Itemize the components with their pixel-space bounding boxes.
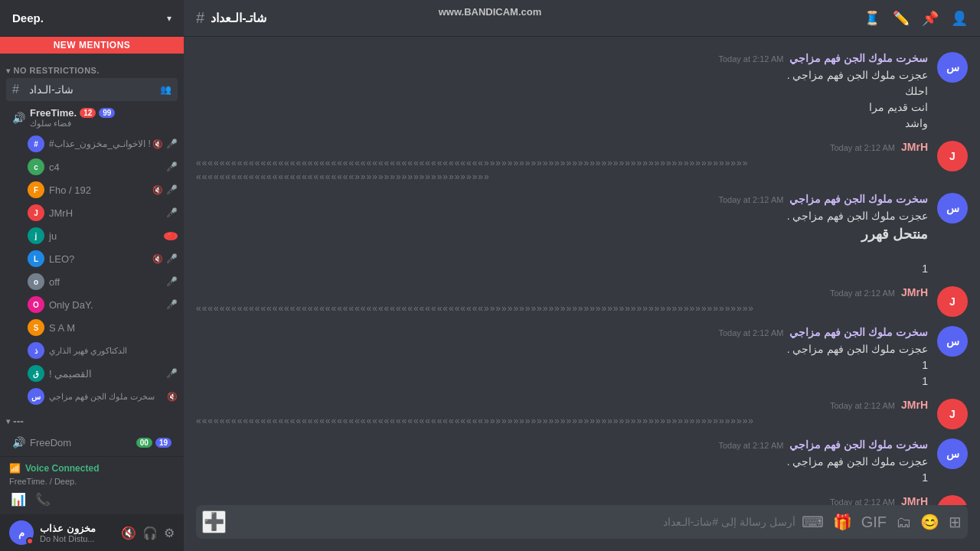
message-author: سخرت ملوك الجن فهم مزاجي bbox=[789, 193, 928, 205]
message-author: سخرت ملوك الجن فهم مزاجي bbox=[789, 439, 928, 451]
voice-user-only-day[interactable]: O Only DaY. 🎤 bbox=[21, 294, 184, 315]
edit-icon[interactable]: ✏️ bbox=[893, 10, 910, 27]
voice-user-5[interactable]: j ju 🔴 bbox=[21, 225, 184, 246]
message-group: J Today at 2:12 AM JMrH ««««««««««««««««… bbox=[184, 396, 980, 432]
input-actions: ⌨ 🎁 GIF 🗂 😊 ⊞ bbox=[802, 513, 962, 531]
voice-user-6[interactable]: L LEO? 🔇 🎤 bbox=[21, 248, 184, 269]
avatar: # bbox=[28, 135, 44, 152]
voice-user-12[interactable]: س سخرت ملوك الجن فهم مزاجي 🔇 bbox=[21, 386, 184, 407]
add-member-icon[interactable]: 👥 bbox=[160, 84, 172, 95]
message-content: Today at 2:12 AM سخرت ملوك الجن فهم مزاج… bbox=[196, 439, 928, 486]
message-author: سخرت ملوك الجن فهم مزاجي bbox=[789, 326, 928, 338]
message-author: JMrH bbox=[901, 399, 928, 411]
message-text-input[interactable] bbox=[232, 516, 795, 528]
disconnect-icon[interactable]: 📞 bbox=[34, 491, 52, 508]
apps-icon[interactable]: ⊞ bbox=[949, 513, 962, 531]
message-text: عجزت ملوك الجن فهم مزاجي .1 bbox=[196, 454, 928, 486]
mute-icon: 🎤 bbox=[166, 139, 178, 149]
voice-user-3[interactable]: F Fho / 192 🔇 🎤 bbox=[21, 179, 184, 201]
user-controls: 🔇 🎧 ⚙ bbox=[121, 526, 175, 540]
voice-user-2[interactable]: c c4 🎤 bbox=[21, 156, 184, 178]
caret-icon: ▾ bbox=[6, 417, 10, 425]
voice-user-name: #الاخوانـي_مخزون_عذاب ! bbox=[49, 139, 152, 149]
sticker-icon[interactable]: 🗂 bbox=[896, 514, 911, 531]
freedom-badge1: 00 bbox=[136, 438, 152, 448]
messages-area[interactable]: س Today at 2:12 AM سخرت ملوك الجن فهم مز… bbox=[184, 37, 980, 505]
speaker-icon: 🔊 bbox=[12, 436, 25, 448]
message-content: Today at 2:12 AM سخرت ملوك الجن فهم مزاج… bbox=[196, 193, 928, 277]
user-info: مخزون عذاب Do Not Distu... bbox=[40, 523, 121, 543]
voice-settings-icon[interactable]: 📊 bbox=[9, 491, 28, 508]
message-text: عجزت ملوك الجن فهم مزاجي .11 bbox=[196, 341, 928, 390]
new-mentions-bar[interactable]: NEW MENTIONS bbox=[0, 37, 184, 54]
freedom-badge2: 19 bbox=[155, 438, 172, 448]
channel-list-no-restrictions: # شاتـ-الـداد 👥 bbox=[0, 78, 184, 101]
avatar: س bbox=[937, 439, 968, 469]
avatar: O bbox=[28, 296, 44, 313]
message-header: Today at 2:12 AM JMrH bbox=[196, 141, 928, 153]
add-content-button[interactable]: ➕ bbox=[202, 510, 226, 533]
voice-user-name: LEO? bbox=[49, 253, 152, 265]
message-content: Today at 2:12 AM JMrH ««««««««««««««««««… bbox=[196, 141, 928, 184]
message-content: Today at 2:12 AM JMrH ««««««««««««««««««… bbox=[196, 399, 928, 428]
user-status: Do Not Distu... bbox=[40, 534, 121, 543]
avatar: c bbox=[28, 158, 44, 175]
voice-user-7[interactable]: o off 🎤 bbox=[21, 271, 184, 292]
message-group: J Today at 2:12 AM JMrH ««««««««««««««««… bbox=[184, 283, 980, 320]
voice-user-1[interactable]: # #الاخوانـي_مخزون_عذاب ! 🔇 🎤 bbox=[21, 133, 184, 155]
settings-icon[interactable]: ⚙ bbox=[164, 526, 175, 540]
threads-icon[interactable]: 🧵 bbox=[864, 10, 880, 27]
channel-name: شاتـ-الـداد bbox=[29, 83, 157, 96]
voice-user-name: S A M bbox=[49, 322, 178, 334]
user-display-name: مخزون عذاب bbox=[40, 523, 121, 534]
voice-channel-freetime[interactable]: 🔊 FreeTime. 12 99 فضاء سلوك bbox=[6, 103, 178, 133]
message-text: ««««««««««««««««««««««««««««««««««««««««… bbox=[196, 156, 928, 184]
freetime-badge2: 99 bbox=[99, 108, 115, 118]
voice-user-11[interactable]: ق ! القصيمي 🎤 bbox=[21, 363, 184, 384]
server-header[interactable]: Deep. ▾ bbox=[0, 0, 184, 37]
mute-icon: 🎤 bbox=[166, 207, 178, 218]
sub-category-dashes[interactable]: ▾ --- bbox=[0, 409, 184, 430]
text-channel-icon: # bbox=[12, 83, 24, 96]
message-timestamp: Today at 2:12 AM bbox=[718, 328, 783, 337]
channel-item-shatat-aldad[interactable]: # شاتـ-الـداد 👥 bbox=[6, 78, 178, 101]
caret-icon: ▾ bbox=[6, 67, 11, 75]
message-author: JMrH bbox=[901, 286, 928, 298]
deafen-icon: 🔇 bbox=[152, 254, 163, 264]
avatar: S bbox=[28, 319, 44, 336]
deafen-user-icon[interactable]: 🔇 bbox=[121, 526, 136, 540]
gif-icon[interactable]: GIF bbox=[861, 514, 887, 531]
message-timestamp: Today at 2:12 AM bbox=[830, 497, 895, 505]
emoji-icon[interactable]: 😊 bbox=[920, 513, 939, 531]
voice-server-info: FreeTime. / Deep. bbox=[9, 477, 175, 486]
avatar: م bbox=[9, 520, 34, 545]
voice-channel-freedom[interactable]: 🔊 FreeDom 00 19 bbox=[6, 430, 178, 455]
message-input-area: ➕ ⌨ 🎁 GIF 🗂 😊 ⊞ bbox=[184, 505, 980, 551]
message-header: Today at 2:12 AM سخرت ملوك الجن فهم مزاج… bbox=[196, 193, 928, 205]
deafen-icon: 🔇 bbox=[152, 139, 163, 149]
voice-user-10[interactable]: ذ الدكتاكوري فهير الذاري bbox=[21, 340, 184, 361]
user-panel: م مخزون عذاب Do Not Distu... 🔇 🎧 ⚙ bbox=[0, 514, 184, 551]
members-icon[interactable]: 👤 bbox=[951, 10, 968, 27]
channel-hash-icon: # bbox=[196, 9, 204, 27]
voice-user-sam[interactable]: S S A M bbox=[21, 317, 184, 338]
category-label: NO RESTRICTIONS. bbox=[14, 66, 100, 75]
server-name: Deep. bbox=[12, 11, 44, 24]
avatar: س bbox=[937, 193, 968, 223]
voice-connected-bar: 📶 Voice Connected FreeTime. / Deep. 📊 📞 bbox=[0, 456, 184, 514]
avatar: J bbox=[937, 286, 968, 317]
voice-user-name: ! القصيمي bbox=[49, 368, 163, 380]
headset-icon[interactable]: 🎧 bbox=[142, 526, 158, 540]
message-input-box: ➕ ⌨ 🎁 GIF 🗂 😊 ⊞ bbox=[196, 505, 968, 539]
voice-user-name: c4 bbox=[49, 161, 163, 173]
voice-controls: 📊 📞 bbox=[9, 491, 175, 508]
keyboard-icon[interactable]: ⌨ bbox=[802, 513, 824, 531]
category-no-restrictions[interactable]: ▾ NO RESTRICTIONS. bbox=[0, 54, 184, 78]
message-content: Today at 2:12 AM سخرت ملوك الجن فهم مزاج… bbox=[196, 326, 928, 390]
avatar: ق bbox=[28, 365, 44, 382]
voice-user-4[interactable]: J JMrH 🎤 bbox=[21, 202, 184, 223]
voice-user-name: Only DaY. bbox=[49, 299, 163, 311]
gift-icon[interactable]: 🎁 bbox=[833, 513, 852, 531]
pin-icon[interactable]: 📌 bbox=[922, 10, 939, 27]
freetime-badge1: 12 bbox=[80, 108, 96, 118]
